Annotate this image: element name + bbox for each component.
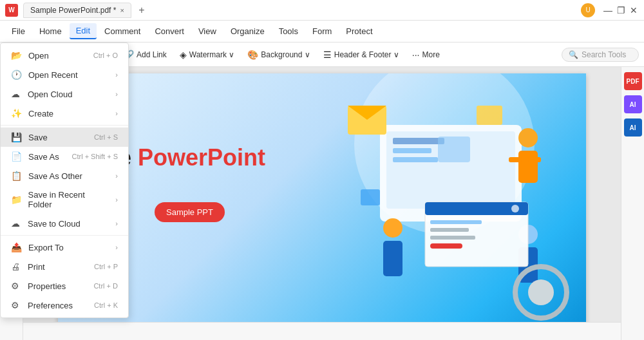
status-bar: ? bbox=[0, 322, 644, 340]
more-label: More bbox=[422, 50, 439, 59]
background-button[interactable]: 🎨 Background ∨ bbox=[242, 47, 315, 62]
svg-rect-3 bbox=[393, 148, 431, 153]
menu-convert[interactable]: Convert bbox=[148, 24, 191, 39]
svg-rect-22 bbox=[430, 228, 469, 232]
save-as-other-arrow: › bbox=[115, 172, 118, 180]
ai-tool2-button[interactable]: AI bbox=[624, 118, 642, 137]
save-to-cloud-arrow: › bbox=[115, 220, 118, 227]
properties-icon: ⚙ bbox=[11, 281, 21, 291]
svg-point-12 bbox=[383, 218, 402, 238]
window-controls: U — ❐ ✕ bbox=[581, 3, 639, 17]
svg-point-20 bbox=[511, 205, 519, 212]
menu-properties[interactable]: ⚙ Properties Ctrl + D bbox=[1, 276, 128, 296]
slide-illustration bbox=[328, 86, 573, 322]
svg-rect-21 bbox=[430, 220, 482, 224]
menu-file[interactable]: File bbox=[5, 24, 32, 39]
header-footer-label: Header & Footer ∨ bbox=[334, 50, 399, 59]
header-footer-icon: ☰ bbox=[323, 50, 332, 60]
search-tools[interactable]: 🔍 Search Tools bbox=[562, 48, 639, 62]
save-as-other-label: Save As Other bbox=[28, 171, 82, 181]
open-cloud-icon: ☁ bbox=[11, 89, 21, 99]
svg-rect-10 bbox=[509, 157, 522, 162]
export-to-arrow: › bbox=[115, 243, 118, 251]
menu-form[interactable]: Form bbox=[306, 24, 338, 39]
document-tab[interactable]: Sample PowerPoint.pdf * × bbox=[23, 3, 131, 18]
svg-rect-13 bbox=[383, 241, 402, 276]
more-button[interactable]: ··· More bbox=[407, 47, 445, 62]
svg-rect-4 bbox=[393, 157, 438, 162]
close-tab-button[interactable]: × bbox=[120, 6, 124, 14]
right-sidebar: PDF AI AI bbox=[621, 67, 644, 340]
svg-rect-9 bbox=[518, 151, 538, 183]
save-recent-folder-arrow: › bbox=[115, 196, 118, 203]
create-label: Create bbox=[28, 109, 53, 118]
save-to-cloud-icon: ☁ bbox=[11, 218, 21, 229]
save-shortcut: Ctrl + S bbox=[94, 133, 118, 141]
preferences-shortcut: Ctrl + K bbox=[94, 301, 118, 309]
menu-preferences[interactable]: ⚙ Preferences Ctrl + K bbox=[1, 296, 128, 315]
menu-home[interactable]: Home bbox=[33, 24, 68, 39]
menu-edit[interactable]: Edit bbox=[70, 23, 97, 39]
ai-tool-button[interactable]: AI bbox=[624, 95, 642, 113]
export-to-label: Export To bbox=[28, 243, 64, 252]
title-bar: W Sample PowerPoint.pdf * × + U — ❐ ✕ bbox=[0, 0, 644, 21]
svg-rect-24 bbox=[430, 243, 462, 249]
menu-comment[interactable]: Comment bbox=[98, 24, 147, 39]
svg-rect-23 bbox=[430, 236, 475, 240]
restore-button[interactable]: ❐ bbox=[616, 5, 626, 15]
menu-save-to-cloud[interactable]: ☁ Save to Cloud › bbox=[1, 214, 128, 233]
close-button[interactable]: ✕ bbox=[629, 5, 639, 15]
menu-save-as-other[interactable]: 📋 Save As Other › bbox=[1, 166, 128, 185]
menu-divider-2 bbox=[1, 235, 128, 236]
minimize-button[interactable]: — bbox=[603, 5, 613, 15]
watermark-label: Watermark ∨ bbox=[189, 50, 235, 59]
watermark-button[interactable]: ◈ Watermark ∨ bbox=[175, 47, 240, 62]
menu-open-cloud[interactable]: ☁ Open Cloud › bbox=[1, 84, 128, 104]
tab-title: Sample PowerPoint.pdf * bbox=[30, 6, 116, 15]
pdf-tool-button[interactable]: PDF bbox=[624, 72, 642, 90]
create-icon: ✨ bbox=[11, 108, 22, 118]
header-footer-button[interactable]: ☰ Header & Footer ∨ bbox=[318, 47, 404, 62]
menu-save-recent-folder[interactable]: 📁 Save in Recent Folder › bbox=[1, 185, 128, 214]
open-recent-arrow: › bbox=[115, 71, 118, 79]
menu-save[interactable]: 💾 Save Ctrl + S bbox=[1, 128, 128, 147]
menu-divider-1 bbox=[1, 125, 128, 126]
menu-view[interactable]: View bbox=[192, 24, 223, 39]
open-cloud-arrow: › bbox=[115, 90, 118, 98]
menu-open[interactable]: 📂 Open Ctrl + O bbox=[1, 46, 128, 65]
menu-export-to[interactable]: 📤 Export To › bbox=[1, 238, 128, 257]
menu-tools[interactable]: Tools bbox=[272, 24, 305, 39]
properties-label: Properties bbox=[28, 281, 66, 291]
background-label: Background ∨ bbox=[261, 50, 310, 59]
add-link-label: Add Link bbox=[137, 50, 167, 59]
open-icon: 📂 bbox=[11, 50, 22, 61]
preferences-icon: ⚙ bbox=[11, 300, 21, 310]
search-icon: 🔍 bbox=[569, 50, 578, 59]
open-recent-label: Open Recent bbox=[28, 70, 78, 80]
save-as-label: Save As bbox=[28, 152, 59, 162]
preferences-label: Preferences bbox=[28, 301, 73, 310]
slide-illustration-svg bbox=[328, 86, 573, 322]
print-icon: 🖨 bbox=[11, 261, 21, 272]
open-recent-icon: 🕐 bbox=[11, 70, 22, 80]
save-recent-folder-label: Save in Recent Folder bbox=[28, 190, 109, 209]
menu-print[interactable]: 🖨 Print Ctrl + P bbox=[1, 257, 128, 276]
more-icon: ··· bbox=[412, 50, 420, 60]
menu-create[interactable]: ✨ Create › bbox=[1, 104, 128, 123]
svg-rect-26 bbox=[477, 106, 502, 125]
properties-shortcut: Ctrl + D bbox=[93, 282, 118, 290]
user-avatar[interactable]: U bbox=[581, 3, 595, 17]
menu-organize[interactable]: Organize bbox=[224, 24, 271, 39]
menu-open-recent[interactable]: 🕐 Open Recent › bbox=[1, 65, 128, 84]
pdf-page: mple PowerPoint Sample PPT bbox=[58, 73, 586, 322]
svg-rect-5 bbox=[438, 137, 470, 162]
svg-rect-11 bbox=[528, 157, 541, 162]
slide-cta-button: Sample PPT bbox=[155, 202, 225, 222]
svg-point-17 bbox=[528, 279, 554, 305]
menu-save-as[interactable]: 📄 Save As Ctrl + Shift + S bbox=[1, 147, 128, 166]
open-label: Open bbox=[28, 51, 49, 61]
open-shortcut: Ctrl + O bbox=[93, 52, 118, 59]
svg-rect-2 bbox=[393, 138, 444, 144]
menu-protect[interactable]: Protect bbox=[339, 24, 379, 39]
new-tab-button[interactable]: + bbox=[134, 3, 149, 18]
